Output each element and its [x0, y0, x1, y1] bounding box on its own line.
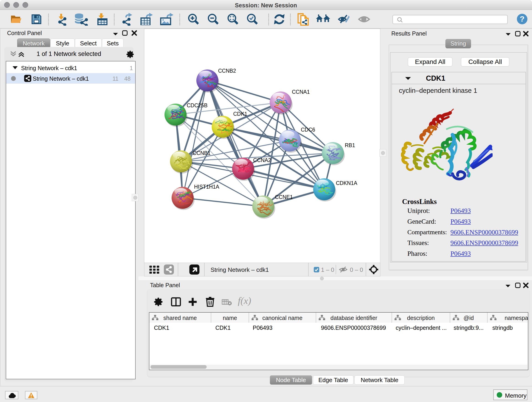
svg-text:CCNE1: CCNE1 [275, 194, 293, 200]
svg-text:CCNA1: CCNA1 [292, 89, 310, 95]
svg-text:CDC25B: CDC25B [187, 102, 208, 108]
svg-text:?: ? [520, 14, 525, 23]
svg-text:HIST1H1A: HIST1H1A [194, 184, 220, 190]
svg-text:CCNB1: CCNB1 [193, 150, 210, 156]
svg-text:CCNB2: CCNB2 [218, 68, 236, 74]
svg-text:CDK1: CDK1 [233, 111, 247, 117]
svg-text:RB1: RB1 [345, 142, 355, 148]
svg-text:CCNA2: CCNA2 [253, 157, 271, 163]
svg-text:CDKN1A: CDKN1A [336, 180, 357, 186]
svg-text:CDC6: CDC6 [301, 127, 315, 133]
